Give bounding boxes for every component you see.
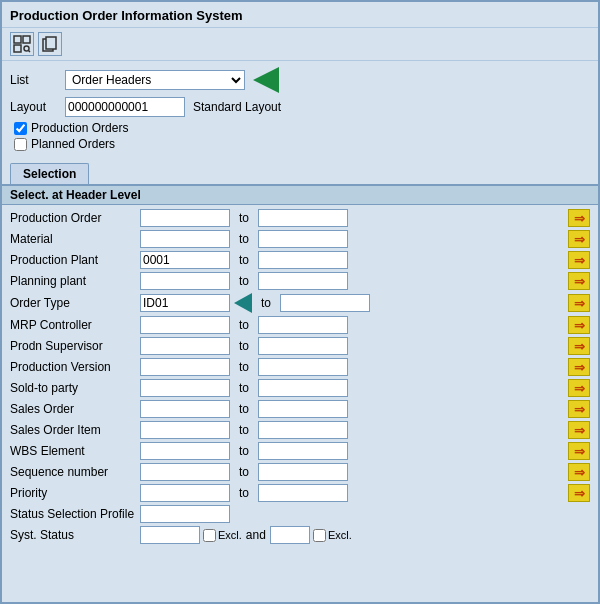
- field-arrow-button[interactable]: [568, 272, 590, 290]
- field-to-input[interactable]: [258, 442, 348, 460]
- field-to-input[interactable]: [280, 294, 370, 312]
- syst-status-input-2[interactable]: [270, 526, 310, 544]
- field-to-input[interactable]: [258, 251, 348, 269]
- field-from-input[interactable]: [140, 209, 230, 227]
- field-arrow-button[interactable]: [568, 251, 590, 269]
- title-bar: Production Order Information System: [2, 2, 598, 28]
- field-label: Order Type: [10, 296, 140, 310]
- field-from-input[interactable]: [140, 421, 230, 439]
- field-to-input[interactable]: [258, 230, 348, 248]
- field-arrow-button[interactable]: [568, 358, 590, 376]
- list-label: List: [10, 73, 65, 87]
- field-arrow-button[interactable]: [568, 294, 590, 312]
- field-from-input[interactable]: [140, 230, 230, 248]
- field-from-input[interactable]: [140, 251, 230, 269]
- table-row: Sold-to partyto: [10, 379, 590, 397]
- field-arrow-button[interactable]: [568, 400, 590, 418]
- to-label: to: [236, 402, 252, 416]
- field-label: Sequence number: [10, 465, 140, 479]
- field-to-input[interactable]: [258, 463, 348, 481]
- field-from-input[interactable]: [140, 463, 230, 481]
- field-arrow-button[interactable]: [568, 421, 590, 439]
- field-label: Planning plant: [10, 274, 140, 288]
- syst-status-input[interactable]: [140, 526, 200, 544]
- to-label: to: [236, 381, 252, 395]
- field-from-input[interactable]: [140, 272, 230, 290]
- list-row: List Order Headers: [10, 67, 590, 93]
- svg-rect-2: [14, 45, 21, 52]
- table-row: Sales Order Itemto: [10, 421, 590, 439]
- and-label: and: [246, 528, 266, 542]
- table-row: Status Selection Profile: [10, 505, 590, 523]
- field-label: Production Plant: [10, 253, 140, 267]
- excl-label-1: Excl.: [218, 529, 242, 541]
- field-to-input[interactable]: [258, 358, 348, 376]
- list-select[interactable]: Order Headers: [65, 70, 245, 90]
- to-label: to: [236, 444, 252, 458]
- toolbar-btn-1[interactable]: [10, 32, 34, 56]
- field-label: Sales Order Item: [10, 423, 140, 437]
- selection-tab[interactable]: Selection: [10, 163, 89, 184]
- field-to-input[interactable]: [258, 421, 348, 439]
- planned-orders-label: Planned Orders: [31, 137, 115, 151]
- svg-rect-6: [46, 37, 56, 49]
- field-from-input[interactable]: [140, 358, 230, 376]
- field-to-input[interactable]: [258, 209, 348, 227]
- production-orders-label: Production Orders: [31, 121, 128, 135]
- field-from-input[interactable]: [140, 379, 230, 397]
- field-single-input[interactable]: [140, 505, 230, 523]
- svg-line-4: [29, 51, 31, 53]
- field-to-input[interactable]: [258, 337, 348, 355]
- field-label: WBS Element: [10, 444, 140, 458]
- planned-orders-checkbox[interactable]: [14, 138, 27, 151]
- table-row: Production Versionto: [10, 358, 590, 376]
- field-from-input[interactable]: [140, 316, 230, 334]
- to-label: to: [236, 232, 252, 246]
- table-row: Syst. StatusExcl.andExcl.: [10, 526, 590, 544]
- table-row: Production Orderto: [10, 209, 590, 227]
- field-label: Prodn Supervisor: [10, 339, 140, 353]
- main-content: Select. at Header Level Production Order…: [2, 184, 598, 602]
- grid-icon: [13, 35, 31, 53]
- to-label: to: [236, 274, 252, 288]
- to-label: to: [236, 318, 252, 332]
- field-label: Production Order: [10, 211, 140, 225]
- excl-label-2: Excl.: [328, 529, 352, 541]
- excl-checkbox-1[interactable]: [203, 529, 216, 542]
- field-from-input[interactable]: [140, 294, 230, 312]
- tab-area: Selection: [2, 159, 598, 184]
- to-label: to: [236, 211, 252, 225]
- field-to-input[interactable]: [258, 400, 348, 418]
- field-arrow-button[interactable]: [568, 463, 590, 481]
- field-to-input[interactable]: [258, 484, 348, 502]
- field-label: MRP Controller: [10, 318, 140, 332]
- toolbar-btn-2[interactable]: [38, 32, 62, 56]
- window-title: Production Order Information System: [10, 8, 590, 23]
- field-from-input[interactable]: [140, 442, 230, 460]
- field-label: Production Version: [10, 360, 140, 374]
- field-to-input[interactable]: [258, 316, 348, 334]
- field-from-input[interactable]: [140, 484, 230, 502]
- field-to-input[interactable]: [258, 379, 348, 397]
- field-arrow-button[interactable]: [568, 337, 590, 355]
- table-row: Sequence numberto: [10, 463, 590, 481]
- field-arrow-button[interactable]: [568, 209, 590, 227]
- main-window: Production Order Information System List…: [0, 0, 600, 604]
- field-from-input[interactable]: [140, 337, 230, 355]
- layout-row: Layout Standard Layout: [10, 97, 590, 117]
- to-label: to: [236, 486, 252, 500]
- production-orders-checkbox[interactable]: [14, 122, 27, 135]
- field-to-input[interactable]: [258, 272, 348, 290]
- excl-checkbox-2[interactable]: [313, 529, 326, 542]
- production-orders-row: Production Orders: [10, 121, 590, 135]
- field-arrow-button[interactable]: [568, 442, 590, 460]
- fields-container: Production OrdertoMaterialtoProduction P…: [2, 205, 598, 551]
- field-arrow-button[interactable]: [568, 230, 590, 248]
- field-arrow-button[interactable]: [568, 316, 590, 334]
- field-arrow-button[interactable]: [568, 379, 590, 397]
- layout-input[interactable]: [65, 97, 185, 117]
- field-arrow-button[interactable]: [568, 484, 590, 502]
- field-label: Syst. Status: [10, 528, 140, 542]
- field-from-input[interactable]: [140, 400, 230, 418]
- field-label: Status Selection Profile: [10, 507, 140, 521]
